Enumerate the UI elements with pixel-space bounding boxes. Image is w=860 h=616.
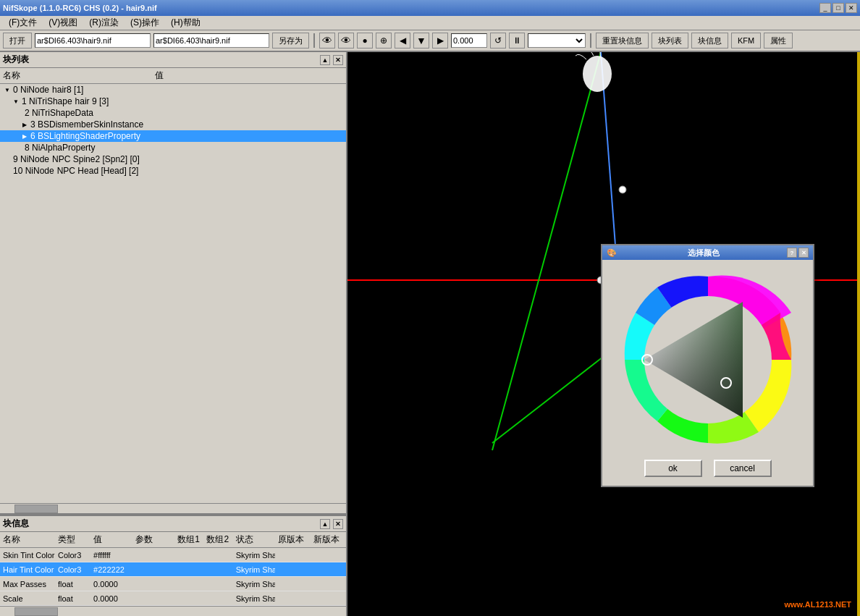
path-input-2[interactable]: [153, 33, 269, 48]
bi-cell-mp-state: Skyrim Shade...: [233, 580, 275, 588]
panel-pin-button[interactable]: ▲: [320, 55, 330, 65]
bi-cell-skin-name: Skin Tint Color: [0, 551, 55, 560]
hscroll-thumb[interactable]: [14, 505, 58, 513]
block-list-content[interactable]: ▼ 0 NiNode hair8 [1] ▼ 1 NiTriShape hair…: [0, 84, 346, 503]
open-button[interactable]: 打开: [3, 33, 32, 48]
block-info-pin-button[interactable]: ▲: [320, 519, 330, 529]
bi-cell-sc-state: Skyrim Shade...: [233, 594, 275, 603]
tree-item-10[interactable]: 10 NiNode NPC Head [Head] [2]: [0, 165, 346, 177]
menu-file[interactable]: (F)文件: [3, 15, 43, 30]
bi-col-header-param: 参数: [132, 533, 174, 546]
bi-cell-hair-name: Hair Tint Color: [0, 565, 55, 574]
properties-button[interactable]: 属性: [764, 33, 793, 48]
dialog-help-button[interactable]: ?: [787, 248, 797, 258]
bi-cell-skin-value: #ffffff: [90, 551, 132, 560]
bi-row-max-passes[interactable]: Max Passes float 0.0000 Skyrim Shade...: [0, 577, 346, 591]
dialog-icon: 🎨: [607, 248, 617, 258]
left-panel: 块列表 ▲ ✕ 名称 值 ▼ 0 NiNode hair8 [1]: [0, 52, 347, 616]
menu-view[interactable]: (V)视图: [43, 15, 83, 30]
label-2: 2 NiTriShapeData: [23, 108, 93, 118]
block-list-hscroll[interactable]: [0, 503, 346, 513]
render-icon-btn-1[interactable]: 👁: [319, 33, 335, 48]
label-3: 3 BSDismemberSkinInstance: [29, 119, 143, 130]
color-wheel-svg[interactable]: [614, 266, 802, 454]
block-info-rows: Skin Tint Color Color3 #ffffff Skyrim Sh…: [0, 548, 346, 606]
bi-cell-sc-type: float: [55, 594, 90, 603]
block-info-panel: 块信息 ▲ ✕ 名称 类型 值 参数 数组1 数组2 状态 原版本 新版本: [0, 515, 346, 616]
render-icon-btn-5[interactable]: ◀: [395, 33, 410, 48]
render-icon-btn-3[interactable]: ●: [357, 33, 373, 48]
ok-button[interactable]: ok: [644, 460, 702, 477]
time-input[interactable]: [451, 33, 487, 48]
save-as-button[interactable]: 另存为: [272, 33, 309, 48]
close-button[interactable]: ✕: [846, 3, 857, 13]
cancel-button[interactable]: cancel: [714, 460, 772, 477]
minimize-button[interactable]: _: [819, 3, 831, 13]
menu-help[interactable]: (H)帮助: [165, 15, 206, 30]
bi-row-scale[interactable]: Scale float 0.0000 Skyrim Shade...: [0, 591, 346, 606]
toolbar: 打开 另存为 👁 👁 ● ⊕ ◀ ▼ ▶ ↺ ⏸ 重置块信息 块列表 块信息 K…: [0, 30, 860, 52]
tree-item-1[interactable]: ▼ 1 NiTriShape hair 9 [3]: [0, 96, 346, 107]
block-info-hscroll[interactable]: [0, 606, 346, 616]
render-icon-btn-6[interactable]: ▼: [413, 33, 429, 48]
tree-item-2[interactable]: 2 NiTriShapeData: [0, 107, 346, 119]
bi-cell-sc-name: Scale: [0, 594, 55, 603]
path-input-1[interactable]: [35, 33, 151, 48]
kfm-button[interactable]: KFM: [731, 33, 761, 48]
3d-viewport[interactable]: www.AL1213.NET 🎨 选择颜色 ? ✕: [347, 52, 860, 616]
play-button[interactable]: ▶: [432, 33, 448, 48]
block-info-button[interactable]: 块信息: [691, 33, 728, 48]
bi-col-header-name: 名称: [0, 533, 55, 546]
menu-render[interactable]: (R)渲染: [83, 15, 125, 30]
bi-col-header-group2: 数组2: [203, 533, 232, 546]
menu-action[interactable]: (S)操作: [125, 15, 165, 30]
block-info-title-bar: 块信息 ▲ ✕: [0, 516, 346, 532]
color-wheel-container[interactable]: [614, 266, 802, 454]
block-list-header: 块列表 ▲ ✕: [0, 52, 346, 68]
tree-item-0[interactable]: ▼ 0 NiNode hair8 [1]: [0, 84, 346, 96]
timeline-icon[interactable]: ⏸: [509, 33, 525, 48]
window-controls[interactable]: _ □ ✕: [819, 3, 857, 13]
block-info-controls[interactable]: ▲ ✕: [320, 519, 343, 529]
render-icon-btn-2[interactable]: 👁: [338, 33, 354, 48]
bi-row-skin-tint[interactable]: Skin Tint Color Color3 #ffffff Skyrim Sh…: [0, 548, 346, 562]
bi-cell-hair-state: Skyrim Shade...: [233, 565, 275, 574]
label-1: 1 NiTriShape: [20, 96, 72, 106]
tree-item-9[interactable]: 9 NiNode NPC Spine2 [Spn2] [0]: [0, 153, 346, 165]
block-list-button[interactable]: 块列表: [652, 33, 688, 48]
dialog-close-button[interactable]: ✕: [798, 248, 809, 258]
loop-icon[interactable]: ↺: [490, 33, 506, 48]
maximize-button[interactable]: □: [832, 3, 844, 13]
right-border-accent: [857, 52, 860, 616]
render-icon-btn-4[interactable]: ⊕: [376, 33, 392, 48]
title-bar: NifSkope (1.1.0-RC6) CHS (0.2) - hair9.n…: [0, 0, 860, 16]
label-9: 9 NiNode: [12, 154, 49, 164]
block-info-columns: 名称 类型 值 参数 数组1 数组2 状态 原版本 新版本: [0, 532, 346, 548]
color-handle[interactable]: [721, 378, 731, 388]
svg-point-6: [619, 186, 626, 193]
tree-item-3[interactable]: ▶ 3 BSDismemberSkinInstance: [0, 119, 346, 130]
animation-select[interactable]: [528, 33, 586, 48]
bi-col-header-state: 状态: [233, 533, 275, 546]
bi-row-hair-tint[interactable]: Hair Tint Color Color3 #222222 Skyrim Sh…: [0, 562, 346, 577]
block-info-close-button[interactable]: ✕: [333, 519, 343, 529]
value-1: hair 9 [3]: [72, 96, 109, 106]
value-10: NPC Head [Head] [2]: [54, 166, 139, 176]
bi-cell-mp-value: 0.0000: [90, 580, 132, 588]
panel-controls[interactable]: ▲ ✕: [320, 55, 343, 65]
panel-close-button[interactable]: ✕: [333, 55, 343, 65]
tree-item-6[interactable]: ▶ 6 BSLightingShaderProperty: [0, 130, 346, 142]
bi-col-header-new: 新版本: [311, 533, 346, 546]
bi-hscroll-thumb[interactable]: [14, 607, 58, 616]
arrow-3: ▶: [20, 120, 29, 129]
bi-cell-hair-type: Color3: [55, 565, 90, 574]
tree-item-8[interactable]: 8 NiAlphaProperty: [0, 142, 346, 153]
reset-block-info-button[interactable]: 重置块信息: [596, 33, 649, 48]
block-list-title: 块列表: [3, 54, 29, 66]
col-header-name: 名称: [0, 69, 152, 82]
arrow-6: ▶: [20, 132, 29, 140]
white-handle[interactable]: [642, 355, 652, 365]
color-picker-dialog[interactable]: 🎨 选择颜色 ? ✕: [601, 244, 814, 487]
block-info-title: 块信息: [3, 518, 29, 530]
dialog-title-icons[interactable]: ? ✕: [787, 248, 809, 258]
